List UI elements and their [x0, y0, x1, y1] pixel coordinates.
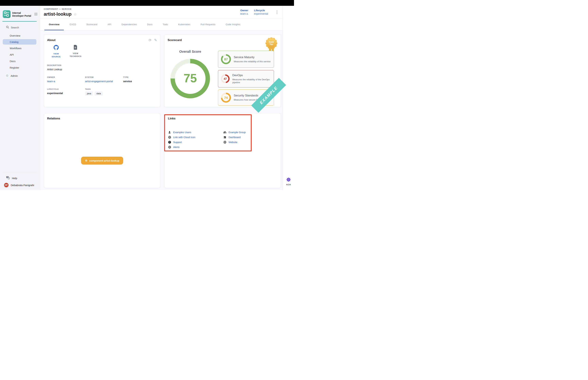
group-icon [223, 131, 227, 134]
sidebar-item-admin[interactable]: ⚙ Admin [6, 74, 40, 77]
aida-label: AIDA [283, 184, 294, 186]
lifecycle-meta: Lifecycle experimental [254, 9, 268, 15]
aida-widget[interactable]: AIDA [283, 177, 294, 186]
sidebar-item-api[interactable]: API [0, 51, 40, 58]
lifecycle-value: experimental [254, 12, 268, 15]
owner-meta[interactable]: Owner team-a [240, 9, 248, 15]
refresh-icon[interactable]: ⟳ [149, 38, 152, 42]
tab-todo[interactable]: Todo [158, 19, 172, 30]
tab-api[interactable]: API [103, 19, 116, 30]
help-label: Help [12, 177, 17, 180]
svg-text:74: 74 [224, 96, 228, 99]
more-options-icon[interactable] [276, 10, 278, 15]
sidebar-item-help[interactable]: ? Help [6, 176, 17, 180]
scorecard-card: Scorecard [164, 35, 281, 107]
tab-docs[interactable]: Docs [143, 19, 157, 30]
links-card: Links Examples Users [164, 113, 281, 188]
tab-overview[interactable]: Overview [44, 19, 64, 30]
edit-pencil-icon[interactable]: ✎ [154, 38, 157, 42]
links-column-2: Example Group Dashboard [223, 130, 281, 150]
sidebar-item-label: API [10, 53, 14, 56]
overview-content: About ⟳ ✎ VIEW [40, 30, 283, 190]
admin-label: Admin [11, 74, 18, 77]
sidebar-item-label: Overview [10, 34, 20, 37]
metric-devops[interactable]: 47 DevOps Measures the reliability of th… [218, 70, 274, 87]
sidebar-item-register[interactable]: Register [0, 64, 40, 71]
dashboard-icon [223, 136, 227, 139]
sidebar-search[interactable]: Search [6, 26, 40, 29]
tab-dependencies[interactable]: Dependencies [117, 19, 141, 30]
search-icon [6, 26, 9, 29]
overall-score-label: Overall Score [165, 50, 216, 54]
tab-pull-requests[interactable]: Pull Requests [196, 19, 220, 30]
link-dashboard[interactable]: Dashboard [223, 135, 281, 140]
tab-cicd[interactable]: CI/CD [65, 19, 80, 30]
sidebar-item-label: Catalog [10, 40, 19, 43]
tab-code-insights[interactable]: Code Insights [221, 19, 245, 30]
link-example-group[interactable]: Example Group [223, 130, 281, 135]
sidebar-item-docs[interactable]: Docs [0, 58, 40, 64]
lifecycle-label: Lifecycle [254, 9, 268, 12]
owner-field: OWNER team-a [47, 76, 85, 83]
system-link[interactable]: artist-engagement-portal [85, 80, 123, 83]
sidebar-item-label: Workflows [10, 47, 21, 50]
svg-text:?: ? [169, 141, 170, 143]
sidebar-item-label: Docs [10, 60, 16, 63]
app-title: Internal Developer Portal [12, 12, 32, 17]
tag-chip[interactable]: data [95, 91, 103, 95]
links-title: Links [168, 117, 175, 120]
chip-icon [85, 159, 88, 162]
svg-text:Gold: Gold [269, 41, 274, 43]
tab-scorecard[interactable]: Scorecard [82, 19, 102, 30]
user-name: Debabrata Panigrahi [11, 184, 34, 187]
tags-field: TAGS java data [85, 88, 123, 95]
lifecycle-field: LIFECYCLE experimental [47, 88, 85, 95]
aida-flower-icon [286, 177, 291, 182]
tab-kubernetes[interactable]: Kubernetes [174, 19, 195, 30]
about-title: About [47, 38, 56, 42]
description-label: DESCRIPTION [47, 64, 157, 66]
view-techdocs-link[interactable]: VIEW TECHDOCS [68, 45, 83, 58]
apps-grid-icon[interactable] [34, 13, 38, 16]
gear-icon: ⚙ [6, 74, 8, 77]
svg-text:Tier: Tier [269, 43, 273, 46]
sidebar-item-catalog[interactable]: Catalog [3, 39, 37, 45]
avatar: DP [4, 183, 9, 188]
view-source-link[interactable]: VIEW SOURCE [49, 45, 63, 58]
globe-icon [168, 136, 171, 139]
user-menu[interactable]: DP Debabrata Panigrahi [4, 183, 34, 188]
help-chat-icon: ? [6, 176, 10, 180]
system-field: SYSTEM artist-engagement-portal [85, 76, 123, 83]
sidebar-item-overview[interactable]: Overview [0, 32, 40, 39]
link-website[interactable]: Website [223, 140, 281, 145]
document-icon [74, 47, 77, 50]
metric-service-maturity[interactable]: 87 Service Maturity Measures the reliabi… [218, 51, 274, 68]
link-support[interactable]: ? Support [168, 140, 223, 145]
metric-donut: 47 [221, 73, 230, 84]
owner-link[interactable]: team-a [47, 80, 85, 83]
entity-header: COMPONENT — SERVICE artist-lookup ☆ Owne… [40, 6, 283, 19]
search-label: Search [11, 26, 19, 29]
description-value: Artist Lookup [47, 68, 157, 71]
owner-value[interactable]: team-a [240, 12, 248, 15]
link-with-cloud-icon[interactable]: Link with Cloud Icon [168, 135, 223, 140]
right-panel: AIDA [283, 6, 294, 190]
link-alerts[interactable]: Alerts [168, 145, 223, 150]
entity-tabs: Overview CI/CD Scorecard API Dependencie… [40, 19, 283, 30]
sidebar-item-workflows[interactable]: Workflows [0, 45, 40, 51]
help-circle-icon: ? [168, 141, 171, 144]
page-title: artist-lookup [44, 12, 72, 17]
tag-chip[interactable]: java [85, 91, 93, 95]
window-top-bar [0, 0, 294, 6]
globe-icon [223, 141, 227, 144]
favorite-star-icon[interactable]: ☆ [74, 12, 77, 16]
relations-title: Relations [47, 117, 60, 120]
link-examples-users[interactable]: Examples Users [168, 130, 223, 135]
links-column-1: Examples Users Link with Cloud Icon [168, 130, 223, 150]
metric-donut: 87 [221, 54, 231, 65]
sidebar-item-label: Register [10, 66, 19, 69]
sidebar-accent-divider [2, 21, 37, 22]
user-icon [168, 131, 171, 134]
relations-entity-chip[interactable]: component:artist-lookup [81, 157, 123, 165]
relations-card: Relations component:artist-lookup [44, 113, 160, 188]
